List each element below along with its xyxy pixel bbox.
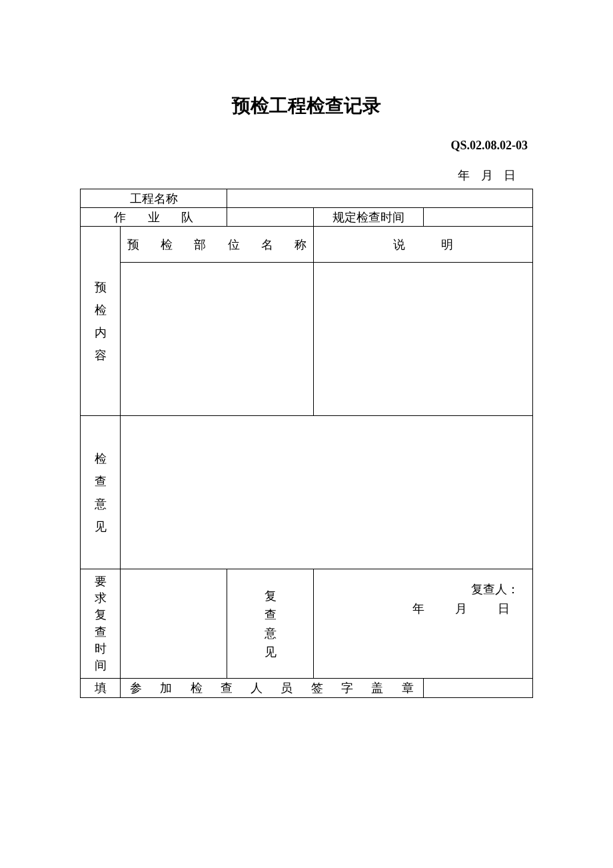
page-container: 预检工程检查记录 QS.02.08.02-03 年 月 日 工程名称 作 业 队…: [0, 0, 613, 698]
label-recheck-date: 年 月 日: [412, 599, 519, 619]
value-recheck-time-req: [121, 569, 227, 679]
row-signatures: 填 参 加 检 查 人 员 签 字 盖 章: [81, 679, 533, 698]
value-scheduled-time: [423, 208, 533, 227]
value-work-team: [227, 208, 314, 227]
label-fill: 填: [81, 679, 121, 698]
label-rechecker: 复查人：: [412, 580, 519, 599]
inspection-form-table: 工程名称 作 业 队 规定检查时间 预 检 内 容 预 检 部 位 名 称 说 …: [80, 189, 533, 698]
row-inspection-opinion: 检 查 意 见: [81, 416, 533, 569]
label-explanation: 说 明: [314, 227, 533, 263]
label-recheck-opinion: 复 查 意 见: [227, 569, 314, 679]
label-inspection-opinion: 检 查 意 见: [81, 416, 121, 569]
value-recheck-opinion: 复查人： 年 月 日: [314, 569, 533, 679]
document-code: QS.02.08.02-03: [80, 139, 533, 153]
label-work-team: 作 业 队: [81, 208, 227, 227]
label-recheck-time-req: 要求复查时间: [81, 569, 121, 679]
row-precheck-content: [81, 263, 533, 416]
label-scheduled-time: 规定检查时间: [314, 208, 424, 227]
value-inspection-opinion: [121, 416, 533, 569]
value-precheck-content-right: [314, 263, 533, 416]
row-work-team: 作 业 队 规定检查时间: [81, 208, 533, 227]
label-sign-stamp: 参 加 检 查 人 员 签 字 盖 章: [121, 679, 424, 698]
top-date-line: 年 月 日: [80, 167, 533, 183]
label-precheck-content: 预 检 内 容: [81, 227, 121, 416]
row-header-precheck: 预 检 内 容 预 检 部 位 名 称 说 明: [81, 227, 533, 263]
value-sign-stamp: [423, 679, 533, 698]
value-precheck-content-left: [121, 263, 314, 416]
label-precheck-unit-name: 预 检 部 位 名 称: [121, 227, 314, 263]
page-title: 预检工程检查记录: [80, 93, 533, 119]
value-project-name: [227, 189, 533, 208]
label-project-name: 工程名称: [81, 189, 227, 208]
row-project-name: 工程名称: [81, 189, 533, 208]
row-recheck: 要求复查时间 复 查 意 见 复查人： 年 月 日: [81, 569, 533, 679]
